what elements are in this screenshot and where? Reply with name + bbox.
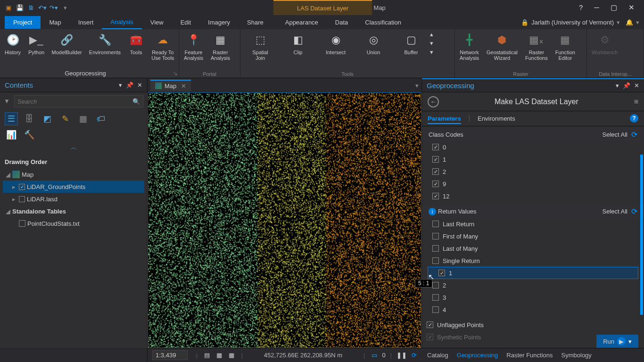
tab-map[interactable]: Map (41, 16, 69, 29)
btn-clip[interactable]: ◧Clip (279, 31, 317, 55)
checkbox-icon[interactable] (432, 257, 439, 264)
checkbox-icon[interactable] (438, 270, 445, 276)
run-button[interactable]: Run ▶▾ (596, 335, 638, 348)
gp-dropdown-icon[interactable]: ▾ (616, 82, 619, 89)
return-row[interactable]: 4 (422, 304, 644, 316)
minimize-icon[interactable]: ─ (594, 3, 599, 12)
return-row[interactable]: Single Return (422, 255, 644, 267)
toc-swipe-icon[interactable]: 🔨 (23, 128, 36, 141)
btn-tools[interactable]: 🧰Tools (124, 31, 148, 55)
return-row[interactable]: Last Return (422, 218, 644, 230)
class-row[interactable]: 2 (422, 165, 644, 178)
class-row[interactable]: 1 (422, 153, 644, 165)
status-refresh-icon[interactable]: ⟳ (412, 352, 417, 359)
map-canvas[interactable] (148, 92, 421, 348)
user-menu[interactable]: 🔒 Jarlath (University of Vermont)▾ 🔔▾ (521, 19, 644, 26)
toc-table-pointcloudstats[interactable]: PointCloudStats.txt (3, 217, 144, 230)
return-row-selected[interactable]: 1 (428, 267, 638, 279)
btn-function-editor[interactable]: ▦Function Editor (552, 31, 579, 61)
contents-dropdown-icon[interactable]: ▾ (119, 82, 122, 89)
returns-selectall[interactable]: Select All (603, 208, 627, 215)
toc-layer-lasd[interactable]: ▸LiDAR.lasd (3, 193, 144, 205)
checkbox-icon[interactable] (432, 144, 439, 150)
checkbox-icon[interactable] (432, 156, 439, 163)
btn-history[interactable]: 🕑History (1, 31, 25, 55)
filter-icon[interactable]: ▼ (4, 98, 11, 105)
checkbox-icon[interactable] (432, 282, 439, 288)
checkbox-icon[interactable] (432, 221, 439, 227)
class-row[interactable]: 9 (422, 178, 644, 190)
close-icon[interactable]: ✕ (628, 3, 635, 12)
btn-environments[interactable]: 🔧Environments (85, 31, 124, 55)
checkbox-icon[interactable] (432, 294, 439, 301)
tab-data[interactable]: Data (327, 16, 356, 29)
btn-buffer[interactable]: ▢Buffer (392, 31, 430, 55)
qat-undo-icon[interactable]: ↶▾ (39, 4, 46, 11)
help-icon[interactable]: ? (579, 3, 583, 12)
btn-feature-analysis[interactable]: 📍Feature Analysis (180, 31, 207, 61)
status-grid3-icon[interactable]: ▦ (229, 352, 234, 359)
tab-analysis[interactable]: Analysis (102, 16, 141, 29)
contents-close-icon[interactable]: ✕ (137, 82, 142, 89)
status-pause-icon[interactable]: ❚❚ (396, 352, 407, 359)
gp-tab-environments[interactable]: Environments (478, 114, 515, 124)
contents-search[interactable]: 🔍 (14, 95, 143, 107)
map-tabs-dropdown-icon[interactable]: ▾ (415, 82, 421, 89)
tab-edit[interactable]: Edit (172, 16, 199, 29)
toc-chart-icon[interactable]: 📊 (5, 128, 18, 141)
checkbox-icon[interactable]: ✓ (19, 184, 25, 190)
toc-selection-icon[interactable]: ◩ (41, 112, 54, 125)
gp-pin-icon[interactable]: 📌 (623, 82, 630, 89)
toc-layer-groundpoints[interactable]: ▸✓LiDAR_GroundPoints (3, 181, 144, 193)
qat-save-icon[interactable]: 💾 (16, 4, 24, 11)
checkbox-icon[interactable] (432, 245, 439, 252)
toc-label-icon[interactable]: 🏷 (94, 112, 107, 125)
info-icon[interactable]: i (429, 208, 436, 215)
return-row[interactable]: Last of Many (422, 242, 644, 255)
tab-insert[interactable]: Insert (70, 16, 102, 29)
qat-redo-icon[interactable]: ↷▾ (50, 4, 58, 11)
checkbox-icon[interactable] (19, 196, 25, 202)
gp-tab-parameters[interactable]: Parameters (428, 114, 461, 124)
map-view-tab[interactable]: Map ✕ (150, 80, 191, 91)
checkbox-icon[interactable] (427, 321, 433, 328)
footer-symbology[interactable]: Symbology (561, 352, 592, 359)
class-row[interactable]: 12 (422, 190, 644, 202)
btn-intersect[interactable]: ◉Intersect (317, 31, 355, 55)
contents-search-input[interactable] (17, 98, 132, 105)
checkbox-icon[interactable] (432, 233, 439, 239)
search-icon[interactable]: 🔍 (132, 98, 140, 105)
class-row[interactable]: 0 (422, 141, 644, 153)
btn-union[interactable]: ◎Union (355, 31, 392, 55)
tab-share[interactable]: Share (239, 16, 272, 29)
toc-source-icon[interactable]: 🗄 (23, 112, 36, 125)
return-row[interactable]: First of Many (422, 230, 644, 242)
footer-geoprocessing[interactable]: Geoprocessing (457, 352, 498, 359)
tab-imagery[interactable]: Imagery (199, 16, 239, 29)
checkbox-icon[interactable] (432, 193, 439, 199)
contents-pin-icon[interactable]: 📌 (126, 82, 133, 89)
map-scale[interactable]: 1:3,439 (152, 350, 188, 360)
toc-edit-icon[interactable]: ✎ (58, 112, 72, 125)
bell-icon[interactable]: 🔔 (626, 19, 633, 26)
qat-save2-icon[interactable]: 🗎 (27, 4, 35, 11)
btn-network[interactable]: ╋Network Analysis (456, 31, 483, 61)
checkbox-icon[interactable] (432, 168, 439, 175)
btn-raster-analysis[interactable]: ▦Raster Analysis (207, 31, 234, 61)
unflagged-row[interactable]: Unflagged Points (422, 319, 644, 331)
qat-open-icon[interactable]: ▣ (5, 4, 12, 11)
toc-standalone[interactable]: ◢Standalone Tables (3, 205, 144, 217)
returns-refresh-icon[interactable]: ⟳ (631, 207, 637, 216)
status-grid2-icon[interactable]: ▦ (216, 352, 222, 359)
toc-map[interactable]: ◢Map (3, 168, 144, 181)
return-row[interactable]: 2 (422, 279, 644, 291)
btn-modelbuilder[interactable]: 🔗ModelBuilder (48, 31, 85, 55)
tab-view[interactable]: View (142, 16, 172, 29)
footer-catalog[interactable]: Catalog (427, 352, 448, 359)
class-selectall[interactable]: Select All (603, 131, 627, 138)
tab-classification[interactable]: Classification (356, 16, 410, 29)
btn-python[interactable]: ▶_Python (25, 31, 48, 55)
btn-spatial-join[interactable]: ⬚Spatial Join (241, 31, 279, 61)
gp-menu-icon[interactable]: ≡ (634, 98, 638, 106)
checkbox-icon[interactable] (432, 306, 439, 313)
